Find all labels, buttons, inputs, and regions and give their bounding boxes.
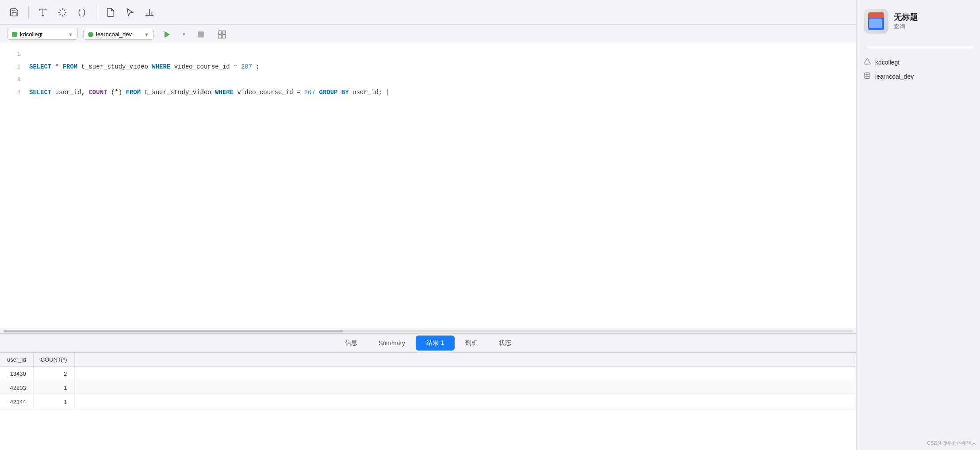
svg-line-5 [64, 14, 65, 15]
cell-count-2: 1 [33, 381, 74, 395]
svg-line-4 [60, 9, 61, 11]
editor-and-results: 1 2 SELECT * FROM t_suer_study_video WHE… [0, 44, 856, 450]
svg-rect-18 [218, 34, 222, 38]
toolbar: ( ) [0, 0, 856, 25]
magic-icon-btn[interactable] [55, 5, 69, 19]
run-button[interactable] [159, 27, 175, 42]
stop-button[interactable] [193, 27, 209, 42]
right-database-label: learncoal_dev [875, 73, 914, 80]
results-table: user_id COUNT(*) 13430 2 42203 1 [0, 353, 856, 409]
svg-rect-17 [222, 31, 226, 34]
col-header-count: COUNT(*) [33, 353, 74, 367]
line-content-3 [29, 73, 849, 86]
line-number-3: 3 [7, 74, 20, 86]
editor-line-2: 2 SELECT * FROM t_suer_study_video WHERE… [0, 61, 856, 73]
tab-status[interactable]: 状态 [488, 336, 522, 351]
sql-editor[interactable]: 1 2 SELECT * FROM t_suer_study_video WHE… [0, 44, 856, 333]
right-database-item: learncoal_dev [864, 69, 973, 84]
editor-line-4: 4 SELECT user_id, COUNT (*) FROM t_suer_… [0, 86, 856, 99]
keyword-select: SELECT [29, 63, 51, 70]
line-content-1 [29, 48, 849, 60]
editor-content[interactable]: 1 2 SELECT * FROM t_suer_study_video WHE… [0, 44, 856, 103]
app-header: 无标题 查询 [864, 9, 973, 34]
schema-connection-select[interactable]: learncoal_dev ▼ [83, 29, 154, 40]
result-tabs: 信息 Summary 结果 1 剖析 状态 [0, 333, 856, 353]
cell-empty-3 [74, 395, 856, 409]
scrollbar-track [4, 330, 853, 332]
run-dropdown-icon[interactable]: ▼ [180, 27, 188, 42]
svg-line-9 [64, 9, 65, 11]
cell-count-1: 2 [33, 367, 74, 381]
svg-marker-14 [165, 31, 170, 38]
db-name-label: kdcollegt [20, 31, 42, 38]
svg-rect-16 [218, 31, 222, 34]
tab-result1[interactable]: 结果 1 [416, 336, 455, 351]
chart-icon-btn[interactable] [142, 5, 157, 19]
keyword-count: COUNT [88, 89, 107, 96]
cell-count-3: 1 [33, 395, 74, 409]
icon-card-light [869, 19, 882, 28]
bracket-icon-btn[interactable]: ( ) [75, 5, 89, 19]
app-icon [864, 9, 888, 34]
keyword-by: BY [341, 89, 349, 96]
table-row: 42344 1 [0, 395, 856, 409]
table-row: 42203 1 [0, 381, 856, 395]
watermark: CSDN @早起的年轻人 [927, 440, 976, 446]
keyword-where: WHERE [152, 63, 170, 70]
col-header-userid: user_id [0, 353, 33, 367]
line-number-1: 1 [7, 48, 20, 61]
editor-empty-space[interactable] [0, 103, 856, 328]
line-number-2: 2 [7, 61, 20, 73]
db-connection-select[interactable]: kdcollegt ▼ [7, 29, 78, 40]
right-connection-item: kdcollegt [864, 55, 973, 69]
cell-empty-2 [74, 381, 856, 395]
line-number-4: 4 [7, 87, 20, 99]
right-panel: 无标题 查询 kdcollegt learncoal_dev CSDN @早起的… [856, 0, 980, 450]
cursor-icon-btn[interactable] [123, 5, 137, 19]
connection-item-icon [864, 58, 871, 67]
app-subtitle-label: 查询 [894, 23, 918, 31]
explain-button[interactable] [214, 27, 230, 42]
col-header-empty [74, 353, 856, 367]
results-area: user_id COUNT(*) 13430 2 42203 1 [0, 353, 856, 450]
table-header-row: user_id COUNT(*) [0, 353, 856, 367]
scrollbar-thumb [4, 330, 343, 332]
editor-line-3: 3 [0, 73, 856, 86]
schema-chevron-icon: ▼ [144, 32, 149, 37]
doc-icon-btn[interactable] [103, 5, 118, 19]
line-content-4: SELECT user_id, COUNT (*) FROM t_suer_st… [29, 86, 849, 99]
svg-line-8 [60, 14, 61, 15]
save-icon-btn[interactable] [7, 5, 21, 19]
tab-info[interactable]: 信息 [334, 336, 368, 351]
database-item-icon [864, 72, 871, 81]
svg-point-20 [865, 72, 870, 74]
divider1 [28, 6, 29, 19]
keyword-from: FROM [63, 63, 78, 70]
app-title: 无标题 查询 [894, 12, 918, 31]
line-content-2: SELECT * FROM t_suer_study_video WHERE v… [29, 61, 849, 73]
keyword-group: GROUP [319, 89, 337, 96]
schema-indicator [88, 32, 93, 37]
keyword-select2: SELECT [29, 89, 51, 96]
editor-line-1: 1 [0, 48, 856, 61]
connection-bar: kdcollegt ▼ learncoal_dev ▼ ▼ [0, 25, 856, 44]
font-icon-btn[interactable] [36, 5, 50, 19]
keyword-where2: WHERE [215, 89, 234, 96]
keyword-from2: FROM [126, 89, 141, 96]
svg-rect-15 [198, 31, 204, 38]
db-chevron-icon: ▼ [68, 32, 73, 37]
tab-analyze[interactable]: 剖析 [455, 336, 488, 351]
connection-indicator [12, 32, 17, 37]
cell-userid-3: 42344 [0, 395, 33, 409]
cell-userid-2: 42203 [0, 381, 33, 395]
right-divider [864, 48, 973, 48]
tab-summary[interactable]: Summary [368, 336, 416, 350]
editor-scrollbar[interactable] [0, 328, 856, 333]
app-name-label: 无标题 [894, 12, 918, 23]
divider2 [96, 6, 96, 19]
schema-name-label: learncoal_dev [96, 31, 132, 38]
table-row: 13430 2 [0, 367, 856, 381]
cell-empty-1 [74, 367, 856, 381]
right-connection-label: kdcollegt [875, 59, 900, 66]
svg-rect-19 [222, 34, 226, 38]
